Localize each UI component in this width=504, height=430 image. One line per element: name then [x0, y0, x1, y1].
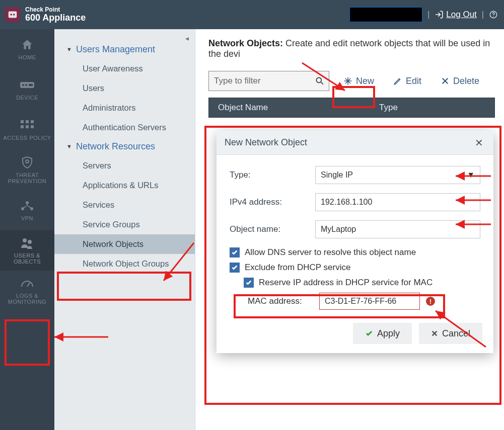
star-icon — [343, 76, 352, 85]
tree-item-network-objects[interactable]: Network Objects — [54, 234, 195, 254]
svg-point-20 — [28, 240, 32, 244]
label-mac: MAC address: — [248, 296, 313, 306]
type-select[interactable]: Single IP ▼ — [315, 166, 480, 184]
cancel-button[interactable]: Cancel — [419, 323, 482, 344]
tree-item-apps-urls[interactable]: Applications & URLs — [54, 176, 195, 195]
tree-item-auth-servers[interactable]: Authentication Servers — [54, 118, 195, 137]
label-ipv4: IPv4 address: — [230, 197, 315, 207]
label-object-name: Object name: — [230, 224, 315, 234]
svg-point-21 — [316, 77, 321, 82]
svg-point-2 — [13, 14, 15, 16]
search-icon — [315, 76, 325, 89]
tree-item-user-awareness[interactable]: User Awareness — [54, 59, 195, 78]
svg-point-7 — [25, 84, 27, 86]
tree-item-service-groups[interactable]: Service Groups — [54, 215, 195, 234]
dialog-header: New Network Object ✕ — [217, 131, 493, 155]
account-redacted — [349, 7, 422, 22]
page-intro: Network Objects: Create and edit network… — [208, 38, 495, 59]
col-type[interactable]: Type — [370, 103, 398, 113]
rail-users-objects[interactable]: USERS & OBJECTS — [0, 230, 54, 271]
object-name-input[interactable] — [315, 220, 480, 238]
mac-address-input[interactable] — [319, 293, 420, 310]
users-icon — [20, 236, 34, 249]
collapse-panel-icon[interactable]: ◂ — [185, 34, 189, 42]
check-icon — [365, 329, 373, 337]
gauge-icon — [20, 277, 34, 290]
delete-button[interactable]: Delete — [436, 74, 484, 89]
svg-rect-8 — [29, 84, 33, 86]
svg-point-15 — [26, 160, 29, 163]
checkbox-allow-dns[interactable]: Allow DNS server to resolve this object … — [230, 247, 480, 257]
tree-group-users-management[interactable]: ▼ Users Management — [54, 40, 195, 59]
page-title: Network Objects: — [208, 38, 283, 48]
top-bar: Check Point 600 Appliance | Log Out | — [0, 0, 504, 29]
tree-item-services[interactable]: Services — [54, 195, 195, 215]
separator: | — [427, 10, 429, 19]
tree-item-administrators[interactable]: Administrators — [54, 98, 195, 118]
apply-button[interactable]: Apply — [353, 323, 412, 344]
help-icon[interactable] — [489, 10, 498, 19]
svg-point-6 — [22, 84, 24, 86]
rail-home[interactable]: HOME — [0, 29, 54, 69]
x-icon — [441, 76, 450, 85]
logout-icon — [435, 10, 444, 19]
brand-logo — [5, 7, 20, 22]
device-icon — [20, 78, 35, 92]
edit-button[interactable]: Edit — [388, 74, 426, 89]
label-type: Type: — [230, 170, 315, 180]
filter-placeholder: Type to filter — [214, 76, 261, 86]
network-icon — [20, 199, 34, 212]
side-panel: ◂ ▼ Users Management User Awareness User… — [54, 29, 195, 430]
logout-link[interactable]: Log Out — [435, 10, 477, 20]
checkbox-checked-icon — [244, 278, 254, 288]
dialog-close-button[interactable]: ✕ — [473, 135, 485, 151]
separator: | — [482, 10, 484, 19]
svg-rect-12 — [21, 125, 24, 128]
col-object-name[interactable]: Object Name — [209, 103, 370, 113]
chevron-down-icon: ▼ — [467, 170, 475, 180]
rail-logs-monitoring[interactable]: LOGS & MONITORING — [0, 271, 54, 311]
checkbox-exclude-dhcp[interactable]: Exclude from DHCP service — [230, 263, 480, 273]
brand-line-2: 600 Appliance — [25, 13, 86, 23]
tree-item-users[interactable]: Users — [54, 78, 195, 98]
svg-rect-0 — [9, 12, 17, 18]
grid-icon — [21, 119, 34, 132]
home-icon — [21, 38, 34, 51]
x-icon — [431, 330, 438, 337]
svg-rect-14 — [31, 125, 34, 128]
rail-nav: HOME DEVICE ACCESS POLICY THREAT PREVENT… — [0, 29, 54, 430]
new-network-object-dialog: New Network Object ✕ Type: Single IP ▼ I… — [217, 131, 493, 353]
rail-access-policy[interactable]: ACCESS POLICY — [0, 110, 54, 150]
caret-down-icon: ▼ — [66, 143, 72, 149]
ipv4-input[interactable] — [315, 193, 480, 211]
shield-icon — [21, 156, 33, 169]
rail-threat-prevention[interactable]: THREAT PREVENTION — [0, 150, 54, 190]
svg-point-19 — [23, 238, 27, 242]
svg-point-1 — [10, 14, 12, 16]
dialog-title: New Network Object — [225, 137, 307, 148]
checkbox-checked-icon — [230, 247, 240, 257]
brand-line-1: Check Point — [25, 7, 86, 13]
svg-rect-10 — [26, 120, 29, 123]
tree-item-servers[interactable]: Servers — [54, 156, 195, 176]
svg-point-16 — [26, 201, 29, 204]
rail-device[interactable]: DEVICE — [0, 69, 54, 110]
checkbox-checked-icon — [230, 263, 240, 273]
pencil-icon — [393, 76, 402, 85]
error-icon: ! — [426, 297, 435, 306]
svg-rect-13 — [26, 125, 29, 128]
filter-input[interactable]: Type to filter — [208, 71, 329, 91]
svg-rect-11 — [31, 120, 34, 123]
brand-text: Check Point 600 Appliance — [25, 7, 86, 23]
caret-down-icon: ▼ — [66, 46, 72, 52]
table-header: Object Name Type — [208, 98, 495, 118]
tree-group-network-resources[interactable]: ▼ Network Resources — [54, 137, 195, 156]
tree-item-network-object-groups[interactable]: Network Object Groups — [54, 254, 195, 274]
logo-icon — [7, 9, 18, 20]
toolbar: Type to filter New Edit Delete — [208, 70, 495, 92]
new-button[interactable]: New — [338, 74, 379, 89]
rail-vpn[interactable]: VPN — [0, 190, 54, 230]
svg-rect-9 — [21, 120, 24, 123]
svg-point-4 — [493, 16, 494, 17]
checkbox-reserve-mac[interactable]: Reserve IP address in DHCP service for M… — [244, 278, 480, 288]
